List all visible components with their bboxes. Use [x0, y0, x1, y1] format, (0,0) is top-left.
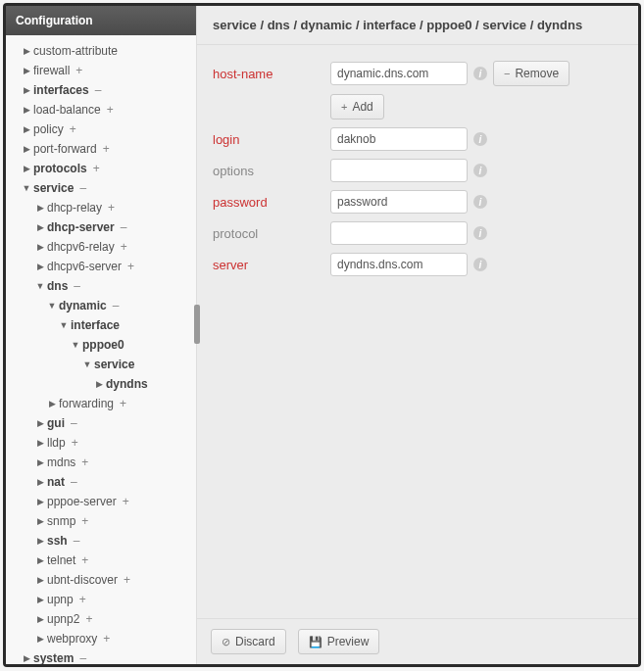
chevron-right-icon: ▶ [22, 61, 31, 80]
tree-item-label: service [33, 178, 74, 198]
info-icon[interactable]: i [473, 258, 487, 271]
chevron-right-icon: ▶ [35, 570, 45, 590]
tree-item-label: webproxy [47, 629, 97, 648]
tree-item-dhcpv6-relay[interactable]: ▶dhcpv6-relay+ [10, 237, 192, 257]
form-area: host-name i −Remove +Add login i [197, 45, 638, 618]
plus-icon: + [70, 120, 76, 139]
input-host-name[interactable] [330, 62, 468, 85]
tree-item-label: mdns [47, 453, 75, 472]
input-password[interactable] [330, 190, 468, 214]
tree-item-ssh[interactable]: ▶ssh– [10, 531, 192, 551]
main-panel: service / dns / dynamic / interface / pp… [197, 6, 638, 664]
chevron-right-icon: ▶ [35, 198, 45, 217]
plus-icon: + [75, 61, 82, 80]
label-host-name: host-name [213, 67, 330, 81]
tree-item-label: dhcpv6-relay [47, 237, 115, 257]
tree-item-dhcp-server[interactable]: ▶dhcp-server– [10, 217, 192, 237]
add-button[interactable]: +Add [330, 94, 384, 120]
remove-button[interactable]: −Remove [493, 61, 570, 86]
chevron-right-icon: ▶ [35, 237, 45, 257]
tree-item-gui[interactable]: ▶gui– [10, 413, 192, 433]
input-options[interactable] [330, 159, 468, 182]
tree-item-dhcpv6-server[interactable]: ▶dhcpv6-server+ [10, 257, 192, 276]
chevron-right-icon: ▶ [35, 217, 45, 237]
tree-item-dyndns[interactable]: ▶dyndns [10, 374, 192, 394]
chevron-down-icon: ▼ [71, 335, 80, 355]
tree-item-lldp[interactable]: ▶lldp+ [10, 433, 192, 453]
minus-icon: – [121, 217, 127, 237]
info-icon[interactable]: i [473, 67, 487, 80]
input-login[interactable] [330, 127, 468, 151]
chevron-down-icon: ▼ [22, 178, 31, 198]
input-protocol[interactable] [330, 221, 468, 245]
tree-item-snmp[interactable]: ▶snmp+ [10, 511, 192, 531]
preview-button[interactable]: 💾Preview [298, 629, 380, 654]
minus-icon: – [79, 648, 86, 664]
chevron-down-icon: ▼ [82, 355, 92, 374]
plus-icon: + [103, 629, 110, 648]
info-icon[interactable]: i [473, 132, 487, 146]
chevron-right-icon: ▶ [35, 511, 45, 531]
tree-item-mdns[interactable]: ▶mdns+ [10, 453, 192, 472]
tree-item-telnet[interactable]: ▶telnet+ [10, 551, 192, 570]
tree-item-label: custom-attribute [33, 41, 118, 61]
info-icon[interactable]: i [473, 226, 487, 240]
info-icon[interactable]: i [473, 195, 487, 209]
tree-item-label: dhcp-server [47, 217, 115, 237]
tree-item-dns[interactable]: ▼dns– [10, 276, 192, 296]
sidebar: Configuration ▶custom-attribute▶firewall… [6, 6, 197, 664]
tree-item-custom-attribute[interactable]: ▶custom-attribute [10, 41, 192, 61]
plus-icon: + [72, 433, 78, 453]
tree-item-dhcp-relay[interactable]: ▶dhcp-relay+ [10, 198, 192, 217]
plus-icon: + [120, 394, 126, 413]
tree-item-pppoe0[interactable]: ▼pppoe0 [10, 335, 192, 355]
tree-item-label: interfaces [33, 80, 89, 100]
tree-item-label: firewall [33, 61, 70, 80]
tree-item-interface[interactable]: ▼interface [10, 315, 192, 335]
tree-item-policy[interactable]: ▶policy+ [10, 120, 192, 139]
tree-item-label: dhcp-relay [47, 198, 102, 217]
tree-item-service[interactable]: ▼service– [10, 178, 192, 198]
tree-item-label: system [33, 648, 74, 664]
tree-item-system[interactable]: ▶system– [10, 648, 192, 664]
chevron-right-icon: ▶ [35, 531, 45, 551]
chevron-right-icon: ▶ [47, 394, 57, 413]
tree-item-upnp2[interactable]: ▶upnp2+ [10, 609, 192, 629]
tree-item-label: telnet [47, 551, 75, 570]
tree-item-nat[interactable]: ▶nat– [10, 472, 192, 492]
minus-icon: – [79, 178, 86, 198]
plus-icon: + [81, 511, 88, 531]
tree-item-label: pppoe0 [82, 335, 124, 355]
chevron-right-icon: ▶ [22, 41, 31, 61]
minus-icon: – [95, 80, 102, 100]
chevron-right-icon: ▶ [22, 159, 31, 178]
tree-item-forwarding[interactable]: ▶forwarding+ [10, 394, 192, 413]
minus-icon: – [71, 472, 77, 492]
info-icon[interactable]: i [473, 164, 487, 177]
config-tree: ▶custom-attribute▶firewall+▶interfaces–▶… [6, 35, 196, 664]
sidebar-title: Configuration [6, 6, 196, 35]
tree-item-dynamic[interactable]: ▼dynamic– [10, 296, 192, 315]
tree-item-upnp[interactable]: ▶upnp+ [10, 590, 192, 609]
tree-item-port-forward[interactable]: ▶port-forward+ [10, 139, 192, 159]
chevron-right-icon: ▶ [22, 80, 31, 100]
discard-button[interactable]: ⊘Discard [211, 629, 286, 654]
tree-item-service[interactable]: ▼service [10, 355, 192, 374]
plus-icon: + [85, 609, 92, 629]
resize-handle[interactable] [194, 305, 200, 344]
tree-item-label: ubnt-discover [47, 570, 118, 590]
tree-item-protocols[interactable]: ▶protocols+ [10, 159, 192, 178]
plus-icon: + [79, 590, 86, 609]
tree-item-label: snmp [47, 511, 75, 531]
tree-item-load-balance[interactable]: ▶load-balance+ [10, 100, 192, 120]
tree-item-webproxy[interactable]: ▶webproxy+ [10, 629, 192, 648]
tree-item-firewall[interactable]: ▶firewall+ [10, 61, 192, 80]
chevron-right-icon: ▶ [35, 257, 45, 276]
tree-item-ubnt-discover[interactable]: ▶ubnt-discover+ [10, 570, 192, 590]
tree-item-label: forwarding [59, 394, 114, 413]
minus-icon: – [71, 413, 77, 433]
tree-item-pppoe-server[interactable]: ▶pppoe-server+ [10, 492, 192, 511]
chevron-down-icon: ▼ [47, 296, 57, 315]
tree-item-interfaces[interactable]: ▶interfaces– [10, 80, 192, 100]
input-server[interactable] [330, 253, 468, 276]
